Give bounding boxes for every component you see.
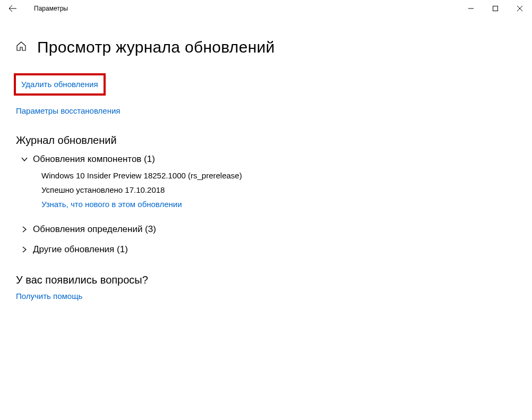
update-name: Windows 10 Insider Preview 18252.1000 (r… — [41, 171, 516, 180]
questions-heading: У вас появились вопросы? — [16, 274, 516, 286]
feature-updates-expander[interactable]: Обновления компонентов (1) — [16, 154, 516, 165]
maximize-button[interactable] — [483, 0, 508, 17]
titlebar: Параметры — [0, 0, 532, 17]
uninstall-updates-link[interactable]: Удалить обновления — [21, 80, 98, 89]
definition-updates-expander[interactable]: Обновления определений (3) — [16, 224, 516, 235]
back-button[interactable] — [0, 0, 25, 17]
minimize-button[interactable] — [459, 0, 483, 17]
definition-updates-label: Обновления определений (3) — [33, 224, 156, 235]
close-button[interactable] — [508, 0, 532, 17]
minimize-icon — [468, 6, 474, 11]
chevron-right-icon — [16, 226, 33, 233]
page-title: Просмотр журнала обновлений — [37, 38, 275, 56]
learn-more-link[interactable]: Узнать, что нового в этом обновлении — [41, 200, 182, 209]
window-controls — [459, 0, 532, 17]
content-area: Просмотр журнала обновлений Удалить обно… — [0, 38, 532, 301]
recovery-options-link[interactable]: Параметры восстановления — [16, 106, 120, 115]
other-updates-expander[interactable]: Другие обновления (1) — [16, 244, 516, 255]
chevron-right-icon — [16, 246, 33, 253]
svg-rect-1 — [493, 6, 498, 11]
feature-update-item: Windows 10 Insider Preview 18252.1000 (r… — [16, 171, 516, 209]
update-status: Успешно установлено 17.10.2018 — [41, 185, 516, 194]
window-title: Параметры — [25, 5, 68, 12]
questions-section: У вас появились вопросы? Получить помощь — [16, 274, 516, 301]
close-icon — [517, 6, 522, 11]
arrow-left-icon — [8, 4, 17, 13]
uninstall-updates-highlight: Удалить обновления — [14, 73, 106, 96]
other-updates-label: Другие обновления (1) — [33, 244, 128, 255]
maximize-icon — [493, 6, 498, 11]
feature-updates-label: Обновления компонентов (1) — [33, 154, 155, 165]
history-heading: Журнал обновлений — [16, 134, 516, 147]
page-header: Просмотр журнала обновлений — [16, 38, 516, 56]
home-icon[interactable] — [16, 41, 27, 54]
chevron-down-icon — [16, 156, 33, 163]
get-help-link[interactable]: Получить помощь — [16, 292, 82, 301]
